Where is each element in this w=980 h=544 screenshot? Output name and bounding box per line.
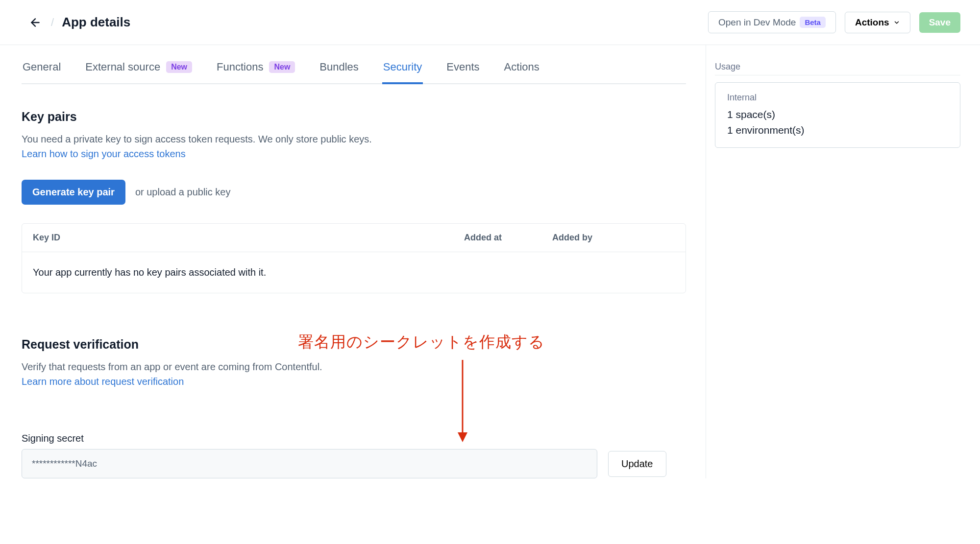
tab-label: Bundles (319, 61, 359, 73)
tab-label: External source (85, 61, 160, 73)
tab-label: General (23, 61, 61, 73)
layout: General External sourceNew FunctionsNew … (0, 45, 980, 478)
beta-badge: Beta (800, 17, 826, 28)
keypairs-learn-link[interactable]: Learn how to sign your access tokens (22, 148, 186, 159)
tab-actions[interactable]: Actions (503, 52, 540, 83)
signing-controls: Update (22, 449, 686, 478)
signing-secret-row: Signing secret Update (22, 433, 686, 478)
tab-label: Events (446, 61, 479, 73)
usage-card: Internal 1 space(s) 1 environment(s) (715, 82, 960, 148)
request-verification-section: Request verification Verify that request… (22, 337, 686, 478)
keypairs-heading: Key pairs (22, 110, 686, 124)
request-verification-learn-link[interactable]: Learn more about request verification (22, 376, 184, 387)
breadcrumb-separator: / (51, 16, 54, 29)
usage-spaces: 1 space(s) (727, 107, 948, 122)
annotation-text: 署名用のシークレットを作成する (298, 331, 545, 353)
chevron-down-icon (893, 19, 900, 26)
actions-label: Actions (855, 17, 889, 28)
tab-bundles[interactable]: Bundles (318, 52, 360, 83)
request-verification-description: Verify that requests from an app or even… (22, 359, 686, 374)
usage-environments: 1 environment(s) (727, 122, 948, 138)
table-head: Key ID Added at Added by (22, 224, 686, 252)
open-dev-mode-button[interactable]: Open in Dev Mode Beta (708, 11, 836, 33)
keypairs-table: Key ID Added at Added by Your app curren… (22, 223, 686, 293)
tab-functions[interactable]: FunctionsNew (216, 52, 296, 83)
tab-events[interactable]: Events (445, 52, 480, 83)
annotation-arrow-icon (453, 360, 472, 443)
keypairs-description: You need a private key to sign access to… (22, 132, 686, 146)
signing-secret-input[interactable] (22, 449, 597, 478)
new-badge: New (269, 61, 295, 73)
tab-external-source[interactable]: External sourceNew (84, 52, 193, 83)
th-added-by: Added by (552, 233, 675, 243)
page-title: App details (62, 15, 130, 30)
th-added-at: Added at (464, 233, 552, 243)
tab-label: Actions (504, 61, 539, 73)
save-button[interactable]: Save (919, 12, 960, 33)
dev-mode-label: Open in Dev Mode (718, 17, 796, 28)
actions-menu-button[interactable]: Actions (845, 12, 910, 33)
keypairs-section: Key pairs You need a private key to sign… (22, 110, 686, 293)
usage-card-label: Internal (727, 93, 948, 103)
table-empty-row: Your app currently has no key pairs asso… (22, 252, 686, 293)
sidebar: Usage Internal 1 space(s) 1 environment(… (706, 45, 980, 478)
topbar-left: / App details (27, 15, 130, 30)
signing-secret-label: Signing secret (22, 433, 686, 444)
update-button[interactable]: Update (608, 451, 666, 477)
arrow-left-icon (29, 16, 42, 29)
svg-marker-2 (458, 432, 467, 442)
main-content: General External sourceNew FunctionsNew … (0, 45, 706, 478)
generate-key-pair-button[interactable]: Generate key pair (22, 180, 125, 205)
tab-general[interactable]: General (22, 52, 62, 83)
th-key-id: Key ID (33, 233, 464, 243)
tabs: General External sourceNew FunctionsNew … (22, 52, 686, 84)
tab-label: Functions (217, 61, 263, 73)
tab-security[interactable]: Security (382, 52, 423, 83)
usage-title: Usage (715, 62, 960, 75)
topbar: / App details Open in Dev Mode Beta Acti… (0, 0, 980, 45)
back-button[interactable] (27, 15, 43, 30)
new-badge: New (166, 61, 192, 73)
upload-public-key-text: or upload a public key (135, 187, 231, 198)
keypair-actions: Generate key pair or upload a public key (22, 180, 686, 205)
tab-label: Security (383, 61, 422, 73)
topbar-right: Open in Dev Mode Beta Actions Save (708, 11, 960, 33)
